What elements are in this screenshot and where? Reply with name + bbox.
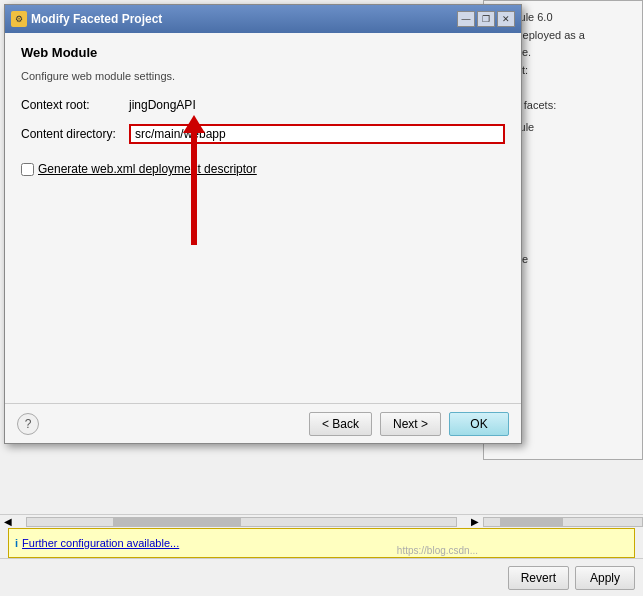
scroll-right-button[interactable]: ▶ [471, 516, 483, 527]
dialog-title: Modify Faceted Project [31, 12, 453, 26]
dialog-content: Web Module Configure web module settings… [5, 33, 521, 403]
scrollbar-track [26, 517, 457, 527]
xml-descriptor-label[interactable]: Generate web.xml deployment descriptor [38, 162, 257, 176]
horizontal-scrollbar[interactable]: ◀ ▶ [0, 514, 643, 528]
section-title: Web Module [21, 45, 505, 60]
bottom-bar: Revert Apply [0, 558, 643, 596]
context-root-row: Context root: jingDongAPI [21, 98, 505, 112]
dialog-titlebar: ⚙ Modify Faceted Project — ❐ ✕ [5, 5, 521, 33]
further-config-link[interactable]: Further configuration available... [22, 537, 179, 549]
restore-button[interactable]: ❐ [477, 11, 495, 27]
right-panel-scrollbar[interactable] [483, 517, 643, 527]
dialog: ⚙ Modify Faceted Project — ❐ ✕ Web Modul… [4, 4, 522, 444]
checkbox-row: Generate web.xml deployment descriptor [21, 162, 505, 176]
section-desc: Configure web module settings. [21, 70, 505, 82]
right-scrollbar-thumb [500, 518, 563, 526]
dialog-title-icon: ⚙ [11, 11, 27, 27]
dialog-footer: ? < Back Next > OK [5, 403, 521, 443]
minimize-button[interactable]: — [457, 11, 475, 27]
content-dir-label: Content directory: [21, 127, 121, 141]
context-root-label: Context root: [21, 98, 121, 112]
content-dir-input[interactable] [129, 124, 505, 144]
ok-button[interactable]: OK [449, 412, 509, 436]
gear-icon: ⚙ [15, 14, 23, 24]
close-button[interactable]: ✕ [497, 11, 515, 27]
context-root-value: jingDongAPI [129, 98, 196, 112]
apply-button[interactable]: Apply [575, 566, 635, 590]
revert-button[interactable]: Revert [508, 566, 569, 590]
xml-descriptor-checkbox[interactable] [21, 163, 34, 176]
content-dir-row: Content directory: [21, 124, 505, 144]
scroll-left-button[interactable]: ◀ [0, 516, 12, 527]
help-icon: ? [25, 417, 32, 431]
next-button[interactable]: Next > [380, 412, 441, 436]
back-button[interactable]: < Back [309, 412, 372, 436]
title-controls: — ❐ ✕ [457, 11, 515, 27]
further-config-bar: i Further configuration available... [8, 528, 635, 558]
help-button[interactable]: ? [17, 413, 39, 435]
scrollbar-thumb[interactable] [113, 518, 242, 526]
info-icon: i [15, 537, 18, 549]
